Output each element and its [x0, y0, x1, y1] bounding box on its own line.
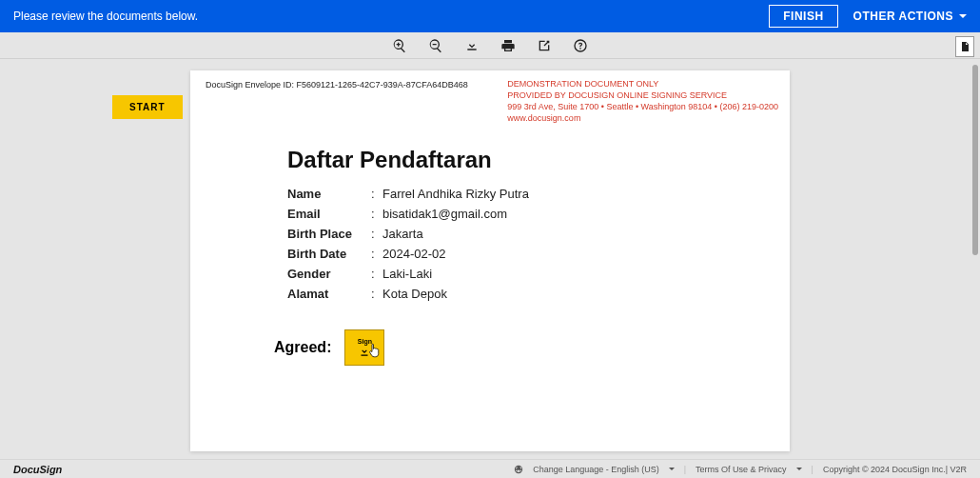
field-label: Alamat — [287, 287, 371, 301]
agreed-row: Agreed: Sign — [274, 329, 774, 366]
field-value: Farrel Andhika Rizky Putra — [382, 187, 529, 201]
footer-bar: DocuSign Change Language - English (US) … — [0, 459, 980, 478]
field-row: Gender:Laki-Laki — [287, 267, 774, 281]
field-row: Birth Date:2024-02-02 — [287, 247, 774, 261]
sign-here-tag[interactable]: Sign — [344, 329, 384, 366]
zoom-in-icon[interactable] — [392, 38, 407, 53]
header-actions: FINISH OTHER ACTIONS — [769, 5, 967, 28]
start-button[interactable]: START — [112, 95, 183, 119]
field-label: Birth Place — [287, 227, 371, 241]
terms-link[interactable]: Terms Of Use & Privacy — [696, 465, 787, 474]
agreed-label: Agreed: — [274, 339, 331, 356]
pointer-cursor-icon — [366, 342, 383, 359]
demo-line: PROVIDED BY DOCUSIGN ONLINE SIGNING SERV… — [507, 90, 778, 101]
globe-icon — [514, 465, 523, 474]
field-value: Laki-Laki — [382, 267, 432, 281]
document-page: DocuSign Envelope ID: F5609121-1265-42C7… — [190, 70, 790, 451]
assign-icon[interactable] — [537, 38, 552, 53]
document-icon — [959, 40, 970, 53]
field-value: bisatidak1@gmail.com — [382, 207, 507, 221]
finish-button[interactable]: FINISH — [769, 5, 837, 28]
brand-logo: DocuSign — [13, 464, 62, 475]
field-label: Gender — [287, 267, 371, 281]
demo-line: www.docusign.com — [507, 112, 778, 124]
field-row: Birth Place:Jakarta — [287, 227, 774, 241]
download-icon[interactable] — [464, 38, 480, 53]
envelope-id-value: F5609121-1265-42C7-939A-87CFA64DB468 — [297, 80, 468, 90]
other-actions-menu[interactable]: OTHER ACTIONS — [853, 10, 967, 23]
field-row: Alamat:Kota Depok — [287, 287, 774, 301]
other-actions-label: OTHER ACTIONS — [853, 10, 953, 23]
review-message: Please review the documents below. — [13, 10, 198, 23]
field-row: Name:Farrel Andhika Rizky Putra — [287, 187, 774, 201]
field-label: Birth Date — [287, 247, 371, 261]
field-value: Kota Depok — [382, 287, 447, 301]
header-bar: Please review the documents below. FINIS… — [0, 0, 980, 32]
demo-watermark: DEMONSTRATION DOCUMENT ONLY PROVIDED BY … — [507, 78, 778, 125]
demo-line: DEMONSTRATION DOCUMENT ONLY — [507, 78, 778, 90]
change-language-link[interactable]: Change Language - English (US) — [533, 465, 659, 474]
document-toolbar — [0, 32, 980, 59]
envelope-id-prefix: DocuSign Envelope ID: — [206, 80, 297, 90]
document-viewer: START DocuSign Envelope ID: F5609121-126… — [0, 59, 980, 459]
zoom-out-icon[interactable] — [428, 38, 443, 53]
field-value: 2024-02-02 — [382, 247, 446, 261]
chevron-down-icon — [669, 468, 675, 470]
field-label: Email — [287, 207, 371, 221]
field-value: Jakarta — [382, 227, 423, 241]
scrollbar-thumb[interactable] — [972, 65, 978, 255]
print-icon[interactable] — [500, 38, 516, 53]
document-title: Daftar Pendaftaran — [287, 147, 774, 173]
help-icon[interactable] — [573, 38, 588, 53]
copyright-text: Copyright © 2024 DocuSign Inc.| V2R — [823, 465, 967, 474]
chevron-down-icon — [959, 14, 967, 18]
field-row: Email:bisatidak1@gmail.com — [287, 207, 774, 221]
form-fields: Name:Farrel Andhika Rizky Putra Email:bi… — [287, 187, 774, 301]
demo-line: 999 3rd Ave, Suite 1700 • Seattle • Wash… — [507, 101, 778, 112]
document-panel-toggle[interactable] — [955, 36, 974, 57]
footer-links: Change Language - English (US) | Terms O… — [514, 465, 967, 474]
field-label: Name — [287, 187, 371, 201]
chevron-down-icon — [796, 468, 802, 470]
